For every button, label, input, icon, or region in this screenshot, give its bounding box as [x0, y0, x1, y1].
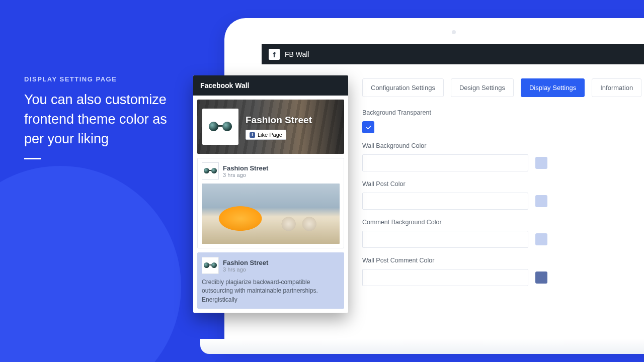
field-wall-post-comment-color: Wall Post Comment Color — [362, 257, 574, 286]
facebook-wall-preview: Facebook Wall Fashion Street f Like Page… — [193, 75, 348, 313]
facebook-icon: f — [250, 132, 255, 138]
field-background-transparent: Background Transparent — [362, 109, 574, 133]
label-wall-post-color: Wall Post Color — [362, 180, 574, 188]
app-title: FB Wall — [285, 50, 309, 58]
tab-display-settings[interactable]: Display Settings — [521, 78, 585, 97]
label-wall-post-comment-color: Wall Post Comment Color — [362, 257, 574, 264]
swatch-comment-bg-color[interactable] — [535, 233, 547, 245]
post-photo — [202, 184, 340, 244]
input-comment-bg-color[interactable] — [362, 231, 528, 248]
cover-photo: Fashion Street f Like Page — [197, 100, 344, 154]
promo-headline: You can also customize frontend theme co… — [24, 90, 170, 149]
laptop-base — [200, 339, 644, 354]
post-card: Fashion Street 3 hrs ago — [197, 158, 344, 248]
post-author: Fashion Street — [223, 164, 268, 172]
admin-header: f FB Wall — [262, 44, 644, 64]
post-avatar — [202, 162, 219, 179]
label-comment-bg-color: Comment Background Color — [362, 219, 574, 226]
input-wall-bg-color[interactable] — [362, 154, 528, 171]
sunglasses-icon — [209, 122, 232, 132]
tab-configuration-settings[interactable]: Configuration Settings — [362, 78, 444, 97]
tab-information[interactable]: Information — [592, 78, 641, 97]
sunglasses-icon — [204, 168, 217, 174]
page-name: Fashion Street — [246, 115, 312, 126]
post-time: 3 hrs ago — [223, 266, 268, 273]
stage: DISPLAY SETTING PAGE You can also custom… — [0, 0, 644, 362]
camera-dot — [452, 30, 456, 34]
field-wall-bg-color: Wall Background Color — [362, 142, 574, 171]
post-avatar — [202, 257, 219, 274]
sunglasses-icon — [204, 262, 217, 268]
label-wall-bg-color: Wall Background Color — [362, 142, 574, 149]
promo-kicker: DISPLAY SETTING PAGE — [24, 75, 170, 83]
like-page-label: Like Page — [258, 132, 282, 138]
post-card: Fashion Street 3 hrs ago Credibly plagia… — [197, 252, 344, 309]
like-page-button[interactable]: f Like Page — [246, 130, 286, 140]
input-wall-post-comment-color[interactable] — [362, 269, 528, 286]
field-comment-bg-color: Comment Background Color — [362, 219, 574, 248]
post-author: Fashion Street — [223, 259, 268, 266]
label-background-transparent: Background Transparent — [362, 109, 574, 116]
promo-rule — [24, 158, 41, 159]
promo-block: DISPLAY SETTING PAGE You can also custom… — [24, 75, 170, 159]
preview-title: Facebook Wall — [193, 75, 348, 96]
post-text: Credibly plagiarize backward-compatible … — [202, 278, 340, 304]
facebook-icon: f — [269, 49, 280, 60]
swatch-wall-bg-color[interactable] — [535, 157, 547, 169]
check-icon — [365, 124, 372, 131]
input-wall-post-color[interactable] — [362, 193, 528, 210]
post-time: 3 hrs ago — [223, 172, 268, 178]
tab-design-settings[interactable]: Design Settings — [451, 78, 514, 97]
swatch-wall-post-color[interactable] — [535, 195, 547, 207]
preview-body: Fashion Street f Like Page Fashion Stree… — [193, 96, 348, 313]
bg-blob — [0, 166, 181, 362]
swatch-wall-post-comment-color[interactable] — [535, 272, 547, 284]
field-wall-post-color: Wall Post Color — [362, 180, 574, 210]
checkbox-background-transparent[interactable] — [362, 121, 374, 133]
page-avatar — [202, 109, 238, 145]
